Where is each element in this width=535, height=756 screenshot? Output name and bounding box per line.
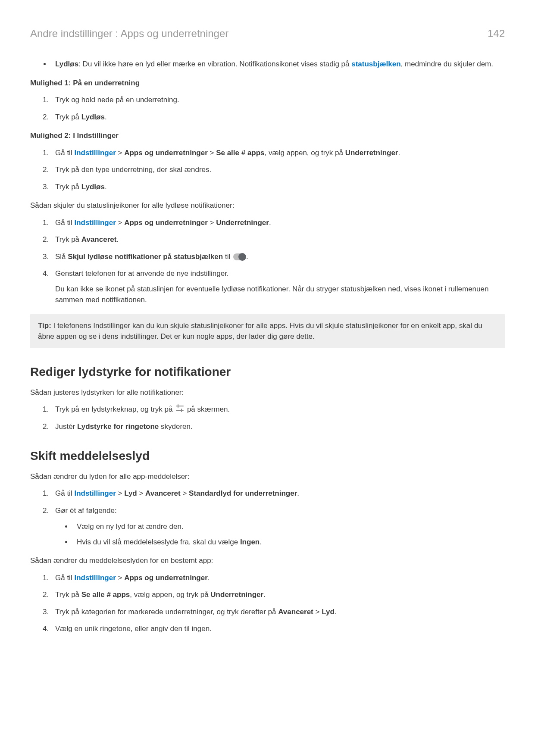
step: Justér Lydstyrke for ringetone skyderen.: [51, 421, 505, 432]
sound-intro2: Sådan ændrer du meddelelseslyden for en …: [30, 555, 505, 566]
option2-steps: Gå til Indstillinger > Apps og underretn…: [30, 147, 505, 193]
text: >: [116, 574, 124, 582]
text: Tryk på: [55, 590, 81, 599]
sound-steps-all: Gå til Indstillinger > Lyd > Avanceret >…: [30, 488, 505, 547]
step: Genstart telefonen for at anvende de nye…: [51, 268, 505, 306]
bold: Lydstyrke for ringetone: [77, 422, 159, 431]
step: Slå Skjul lydløse notifikationer på stat…: [51, 251, 505, 262]
text: , medmindre du skjuler dem.: [401, 60, 493, 68]
text: >: [208, 219, 216, 227]
breadcrumb-title: Andre indstillinger : Apps og underretni…: [30, 26, 228, 41]
text: , vælg appen, og tryk på: [130, 590, 210, 599]
text: .: [269, 219, 271, 227]
list-item: Hvis du vil slå meddelelseslyde fra, ska…: [72, 537, 505, 548]
bold: Underretninger: [345, 149, 398, 157]
text: >: [116, 489, 124, 497]
bold: Avanceret: [278, 608, 313, 616]
text: >: [181, 489, 189, 497]
text: .: [105, 113, 107, 121]
bold: Avanceret: [81, 235, 117, 244]
text: Du kan ikke se ikonet på statuslinjen fo…: [55, 284, 505, 306]
text: .: [208, 574, 210, 582]
step: Tryk på Lydløs.: [51, 112, 505, 123]
sliders-icon: [175, 404, 184, 415]
option2-heading: Mulighed 2: I Indstillinger: [30, 130, 505, 141]
volume-intro: Sådan justeres lydstyrken for alle notif…: [30, 387, 505, 398]
step: Tryk og hold nede på en underretning.: [51, 94, 505, 106]
bold: Apps og underretninger: [124, 149, 208, 157]
label-lydlos: Lydløs: [55, 60, 78, 68]
list-item: Lydløs: Du vil ikke høre en lyd eller mæ…: [51, 59, 505, 70]
bold-lydlos: Lydløs: [81, 183, 105, 191]
text: Genstart telefonen for at anvende de nye…: [55, 269, 229, 278]
text: Gå til: [55, 489, 74, 497]
bold: Lyd: [124, 489, 137, 497]
hide-intro: Sådan skjuler du statuslinjeikoner for a…: [30, 200, 505, 211]
bold: Lyd: [322, 608, 335, 616]
text: til: [223, 253, 232, 261]
text: Tryk på: [55, 113, 81, 121]
bold: Ingen: [240, 538, 260, 546]
option1-heading: Mulighed 1: På en underretning: [30, 78, 505, 89]
text: Tryk på en lydstyrkeknap, og tryk på: [55, 405, 175, 413]
page-header: Andre indstillinger : Apps og underretni…: [30, 26, 505, 41]
tip-box: Tip: I telefonens Indstillinger kan du k…: [30, 314, 505, 348]
bold: Skjul lydløse notifikationer på statusbj…: [68, 253, 223, 261]
text: Tryk på: [55, 183, 81, 191]
sound-intro1: Sådan ændrer du lyden for alle app-medde…: [30, 471, 505, 482]
text: Slå: [55, 253, 68, 261]
text: på skærmen.: [185, 405, 230, 413]
text: Tryk på: [55, 235, 81, 244]
text: .: [335, 608, 337, 616]
text: : Du vil ikke høre en lyd eller mærke en…: [78, 60, 351, 68]
section-volume-title: Rediger lydstyrke for notifikationer: [30, 363, 505, 381]
text: .: [260, 538, 262, 546]
step: Gå til Indstillinger > Apps og underretn…: [51, 147, 505, 159]
option1-steps: Tryk og hold nede på en underretning. Tr…: [30, 94, 505, 122]
bold: Apps og underretninger: [124, 574, 208, 582]
step: Gå til Indstillinger > Apps og underretn…: [51, 217, 505, 228]
bold: Underretninger: [216, 219, 269, 227]
text: >: [116, 149, 124, 157]
text: >: [137, 489, 145, 497]
text: Tryk på kategorien for markerede underre…: [55, 608, 278, 616]
step: Vælg en unik ringetone, eller angiv den …: [51, 623, 505, 634]
volume-steps: Tryk på en lydstyrkeknap, og tryk på på …: [30, 404, 505, 432]
text: Gå til: [55, 149, 74, 157]
toggle-on-icon: [233, 253, 245, 260]
link-indstillinger[interactable]: Indstillinger: [74, 489, 116, 497]
bold: Se alle # apps: [216, 149, 264, 157]
text: Gå til: [55, 574, 74, 582]
text: .: [263, 590, 266, 599]
text: >: [208, 149, 216, 157]
link-indstillinger[interactable]: Indstillinger: [74, 574, 116, 582]
link-indstillinger[interactable]: Indstillinger: [74, 219, 116, 227]
link-indstillinger[interactable]: Indstillinger: [74, 149, 116, 157]
bold: Underretninger: [210, 590, 263, 599]
tip-label: Tip:: [38, 322, 51, 330]
bold: Avanceret: [145, 489, 181, 497]
nested-list: Vælg en ny lyd for at ændre den. Hvis du…: [55, 521, 505, 547]
page-number: 142: [488, 26, 505, 41]
bold: Se alle # apps: [81, 590, 130, 599]
step: Tryk på Avanceret.: [51, 234, 505, 245]
text: >: [313, 608, 322, 616]
tip-text: I telefonens Indstillinger kan du kun sk…: [38, 322, 482, 341]
step: Tryk på den type underretning, der skal …: [51, 164, 505, 175]
bold-lydlos: Lydløs: [81, 113, 105, 121]
intro-bullet-list: Lydløs: Du vil ikke høre en lyd eller mæ…: [30, 59, 505, 70]
text: , vælg appen, og tryk på: [265, 149, 345, 157]
text: skyderen.: [159, 422, 192, 431]
step: Gør ét af følgende: Vælg en ny lyd for a…: [51, 505, 505, 548]
hide-steps: Gå til Indstillinger > Apps og underretn…: [30, 217, 505, 306]
step: Gå til Indstillinger > Lyd > Avanceret >…: [51, 488, 505, 499]
bold: Apps og underretninger: [124, 219, 208, 227]
text: Justér: [55, 422, 77, 431]
text: .: [297, 489, 299, 497]
step: Gå til Indstillinger > Apps og underretn…: [51, 572, 505, 584]
text: Gør ét af følgende:: [55, 506, 117, 515]
text: >: [116, 219, 124, 227]
link-statusbjaelken[interactable]: statusbjælken: [351, 60, 400, 68]
text: .: [398, 149, 400, 157]
text: .: [116, 235, 119, 244]
